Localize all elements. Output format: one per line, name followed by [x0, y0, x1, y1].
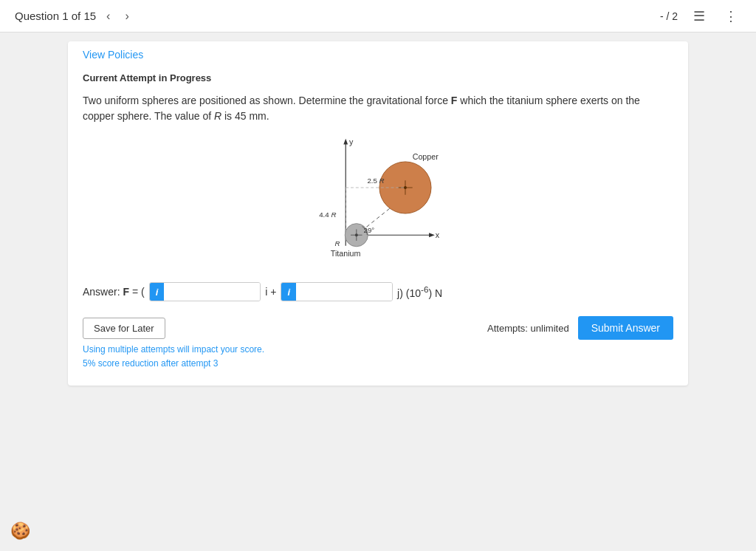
answer-input-2[interactable] — [296, 283, 392, 301]
content-card: View Policies Current Attempt in Progres… — [68, 41, 688, 386]
warning-text: Using multiple attempts will impact your… — [68, 340, 688, 371]
nav-right: - / 2 ☰ ⋮ — [660, 7, 741, 26]
attempt-banner-text: Current Attempt in Progress — [83, 72, 211, 83]
answer-input-1[interactable] — [164, 283, 260, 301]
svg-text:29°: 29° — [364, 226, 375, 234]
question-title: Question 1 of 15 — [15, 10, 96, 22]
bottom-row: Save for Later Attempts: unlimited Submi… — [68, 312, 688, 340]
submit-answer-button[interactable]: Submit Answer — [578, 316, 673, 340]
svg-marker-4 — [429, 233, 435, 237]
i-plus-label: i + — [265, 286, 276, 298]
svg-text:R: R — [335, 239, 340, 247]
cookie-icon-button[interactable]: 🍪 — [10, 521, 30, 541]
unit-label: j) (10-6) N — [397, 284, 442, 299]
svg-text:Titanium: Titanium — [331, 249, 361, 258]
svg-text:2.5 R: 2.5 R — [367, 177, 384, 185]
diagram-container: y x — [83, 134, 673, 267]
prev-question-button[interactable]: ‹ — [102, 8, 114, 24]
info-button-1[interactable]: i — [150, 283, 165, 301]
exponent: -6 — [421, 284, 428, 294]
svg-text:x: x — [436, 230, 440, 239]
answer-label: Answer: F = ( — [83, 286, 145, 298]
svg-marker-1 — [343, 139, 348, 145]
svg-text:y: y — [349, 137, 354, 146]
warning-line-1: Using multiple attempts will impact your… — [83, 343, 673, 357]
info-button-2[interactable]: i — [281, 283, 296, 301]
answer-row: Answer: F = ( i i + i j) (10-6) N — [68, 282, 688, 301]
attempts-text: Attempts: unlimited — [487, 323, 569, 334]
svg-text:Copper: Copper — [413, 152, 439, 161]
svg-text:4.4 R: 4.4 R — [319, 211, 336, 219]
warning-line-2: 5% score reduction after attempt 3 — [83, 357, 673, 371]
input-group-1: i — [149, 282, 261, 301]
input-group-2: i — [281, 282, 393, 301]
right-actions: Attempts: unlimited Submit Answer — [487, 316, 673, 340]
view-policies-link[interactable]: View Policies — [68, 41, 688, 65]
attempt-banner: Current Attempt in Progress — [68, 65, 688, 93]
diagram-svg: y x — [297, 134, 459, 267]
list-icon-button[interactable]: ☰ — [690, 7, 709, 26]
question-body: Two uniform spheres are positioned as sh… — [68, 93, 688, 267]
save-later-button[interactable]: Save for Later — [83, 318, 165, 339]
more-options-button[interactable]: ⋮ — [721, 7, 741, 26]
top-bar: Question 1 of 15 ‹ › - / 2 ☰ ⋮ — [0, 0, 756, 32]
question-text: Two uniform spheres are positioned as sh… — [83, 93, 673, 124]
next-question-button[interactable]: › — [120, 8, 133, 24]
score-display: - / 2 — [660, 10, 678, 22]
nav-left: Question 1 of 15 ‹ › — [15, 8, 134, 24]
